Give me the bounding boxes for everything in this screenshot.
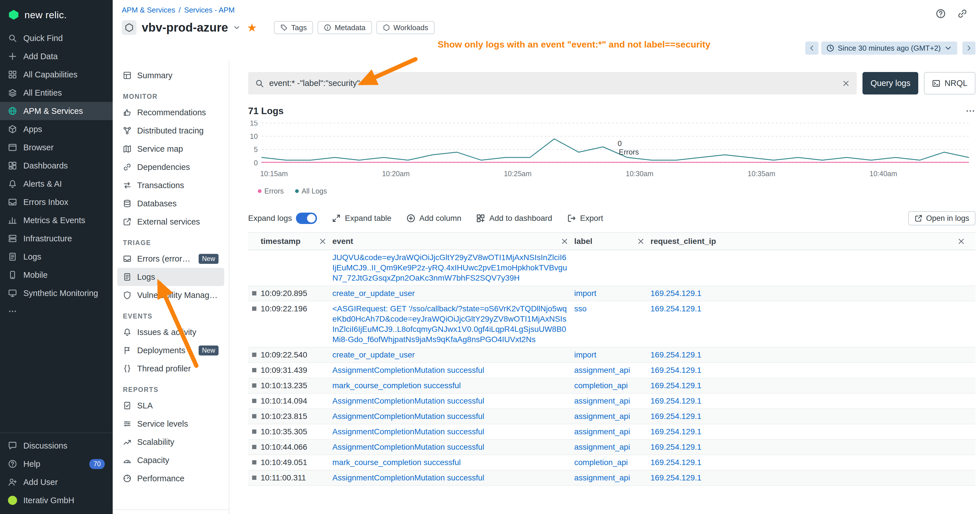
table-row[interactable]: 10:09:22.196 <ASGIRequest: GET '/sso/cal… xyxy=(248,301,975,347)
log-row-marker[interactable] xyxy=(252,307,256,311)
log-row-marker[interactable] xyxy=(252,368,256,372)
global-nav-item[interactable]: Errors Inbox xyxy=(0,193,113,211)
log-row-marker[interactable] xyxy=(252,460,256,465)
cell-label-link[interactable]: assignment_api xyxy=(574,396,630,405)
cell-label-link[interactable]: assignment_api xyxy=(574,366,630,374)
cell-request-ip-link[interactable]: 169.254.129.1 xyxy=(651,427,702,436)
cell-request-ip-link[interactable]: 169.254.129.1 xyxy=(651,289,702,298)
cell-event-link[interactable]: AssignmentCompletionMutation successful xyxy=(332,427,484,436)
sidebar-item[interactable]: External services xyxy=(117,213,224,231)
sidebar-item[interactable]: Distributed tracing xyxy=(117,121,224,140)
remove-column-icon[interactable] xyxy=(957,237,965,245)
log-row-marker[interactable] xyxy=(252,353,256,357)
cell-request-ip-link[interactable]: 169.254.129.1 xyxy=(651,458,702,467)
log-row-marker[interactable] xyxy=(252,399,256,403)
global-nav-footer-item[interactable]: Help 70 xyxy=(0,455,113,473)
sidebar-item[interactable]: Recommendations xyxy=(117,103,224,121)
global-nav-item[interactable]: Alerts & AI xyxy=(0,175,113,193)
remove-column-icon[interactable] xyxy=(637,237,645,245)
global-nav-footer-item[interactable]: Discussions xyxy=(0,437,113,455)
add-column-button[interactable]: Add column xyxy=(406,214,461,223)
cell-label-link[interactable]: import xyxy=(574,350,597,359)
cell-event-link[interactable]: create_or_update_user xyxy=(332,289,415,298)
more-menu-icon[interactable] xyxy=(965,106,975,116)
sidebar-item[interactable]: Performance xyxy=(117,469,224,487)
cell-event-link[interactable]: AssignmentCompletionMutation successful xyxy=(332,442,484,451)
column-header[interactable]: event xyxy=(332,237,574,246)
cell-label-link[interactable]: completion_api xyxy=(574,458,628,467)
global-nav-item[interactable]: Quick Find xyxy=(0,29,113,47)
log-row-marker[interactable] xyxy=(252,291,256,295)
global-nav-item[interactable]: Logs xyxy=(0,248,113,266)
sidebar-item[interactable]: Deployments New xyxy=(117,341,224,360)
table-row[interactable]: 10:10:44.066 AssignmentCompletionMutatio… xyxy=(248,440,975,455)
cell-event-link[interactable]: create_or_update_user xyxy=(332,350,415,359)
entity-switcher-chevron-icon[interactable] xyxy=(233,24,240,31)
table-row[interactable]: 10:10:13.235 mark_course_completion succ… xyxy=(248,378,975,394)
sidebar-item[interactable]: Vulnerability Management xyxy=(117,286,224,304)
expand-table-button[interactable]: Expand table xyxy=(332,214,391,223)
export-button[interactable]: Export xyxy=(567,214,603,223)
sidebar-item[interactable]: Databases xyxy=(117,194,224,213)
cell-label-link[interactable]: assignment_api xyxy=(574,442,630,451)
add-to-dashboard-button[interactable]: Add to dashboard xyxy=(476,214,552,223)
table-row[interactable]: JUQVU&code=eyJraWQiOiJjcGltY29yZV8wOTI1M… xyxy=(248,250,975,286)
column-header[interactable]: timestamp xyxy=(261,237,332,246)
global-nav-item[interactable]: All Entities xyxy=(0,84,113,102)
sidebar-item[interactable]: Errors (errors inb... New xyxy=(117,250,224,268)
breadcrumb-link-services-apm[interactable]: Services - APM xyxy=(184,6,235,14)
cell-label-link[interactable]: completion_api xyxy=(574,381,628,390)
remove-column-icon[interactable] xyxy=(560,237,568,245)
open-in-logs-button[interactable]: Open in logs xyxy=(908,211,975,225)
table-row[interactable]: 10:09:20.895 create_or_update_user impor… xyxy=(248,286,975,301)
favorite-star-icon[interactable] xyxy=(247,22,257,33)
sidebar-item[interactable]: Capacity xyxy=(117,451,224,469)
permalink-icon[interactable] xyxy=(957,8,967,19)
sidebar-item[interactable]: Logs xyxy=(117,268,224,286)
cell-event-link[interactable]: JUQVU&code=eyJraWQiOiJjcGltY29yZV8wOTI1M… xyxy=(332,253,567,282)
sidebar-item[interactable]: Summary xyxy=(117,66,224,84)
clear-query-icon[interactable] xyxy=(842,80,850,88)
sidebar-item[interactable]: Scalability xyxy=(117,433,224,451)
time-forward-button[interactable] xyxy=(963,41,975,55)
sidebar-item[interactable]: Service map xyxy=(117,140,224,158)
entity-header-button[interactable]: Workloads xyxy=(377,21,434,34)
column-header[interactable]: request_client_ip xyxy=(651,237,975,246)
log-row-marker[interactable] xyxy=(252,445,256,449)
log-row-marker[interactable] xyxy=(252,414,256,419)
legend-item[interactable]: All Logs xyxy=(295,187,327,195)
cell-event-link[interactable]: AssignmentCompletionMutation successful xyxy=(332,396,484,405)
global-nav-item[interactable]: Browser xyxy=(0,138,113,156)
global-nav-item[interactable]: Dashboards xyxy=(0,156,113,175)
nrql-button[interactable]: NRQL xyxy=(924,72,975,94)
table-row[interactable]: 10:11:00.311 AssignmentCompletionMutatio… xyxy=(248,471,975,486)
sidebar-item[interactable]: Dependencies xyxy=(117,158,224,176)
global-nav-item[interactable]: Metrics & Events xyxy=(0,211,113,229)
global-nav-item[interactable]: Apps xyxy=(0,120,113,138)
sidebar-item[interactable]: SLA xyxy=(117,396,224,415)
global-nav-item[interactable]: Infrastructure xyxy=(0,229,113,248)
time-range-button[interactable]: Since 30 minutes ago (GMT+2) xyxy=(821,41,957,55)
log-row-marker[interactable] xyxy=(252,430,256,434)
legend-item[interactable]: Errors xyxy=(258,187,284,195)
global-nav-item[interactable]: Mobile xyxy=(0,266,113,284)
log-row-marker[interactable] xyxy=(252,476,256,480)
cell-event-link[interactable]: AssignmentCompletionMutation successful xyxy=(332,412,484,421)
cell-event-link[interactable]: AssignmentCompletionMutation successful xyxy=(332,473,484,482)
log-row-marker[interactable] xyxy=(252,384,256,388)
cell-label-link[interactable]: assignment_api xyxy=(574,473,630,482)
cell-request-ip-link[interactable]: 169.254.129.1 xyxy=(651,350,702,359)
remove-column-icon[interactable] xyxy=(319,237,327,245)
help-icon[interactable] xyxy=(935,8,946,19)
cell-event-link[interactable]: mark_course_completion successful xyxy=(332,458,461,467)
sidebar-item[interactable]: Thread profiler xyxy=(117,360,224,378)
expand-logs-toggle-group[interactable]: Expand logs xyxy=(248,213,317,224)
global-nav-footer-item[interactable]: Iterativ GmbH xyxy=(0,491,113,509)
cell-request-ip-link[interactable]: 169.254.129.1 xyxy=(651,442,702,451)
newrelic-logo[interactable]: new relic. xyxy=(0,0,113,29)
entity-header-button[interactable]: Tags xyxy=(274,21,313,34)
cell-label-link[interactable]: import xyxy=(574,289,597,298)
table-row[interactable]: 10:09:22.540 create_or_update_user impor… xyxy=(248,347,975,363)
global-nav-item[interactable]: APM & Services xyxy=(0,102,113,120)
cell-request-ip-link[interactable]: 169.254.129.1 xyxy=(651,366,702,374)
